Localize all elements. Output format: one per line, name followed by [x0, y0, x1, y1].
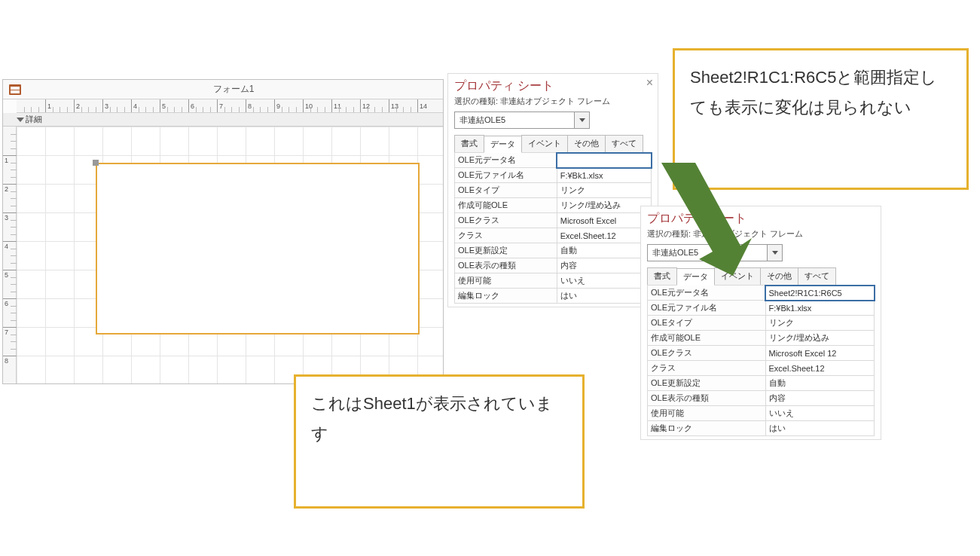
ruler-tick: 10 — [303, 99, 313, 113]
property-row[interactable]: OLE表示の種類内容 — [648, 391, 875, 406]
property-value[interactable]: リンク — [557, 183, 651, 198]
svg-rect-2 — [11, 90, 20, 93]
object-selector-dropdown-icon[interactable] — [575, 112, 590, 129]
property-name: クラス — [648, 361, 766, 376]
annotation-sheet1: これはSheet1が表示されています — [294, 374, 585, 509]
property-row[interactable]: OLE元ファイル名F:¥Bk1.xlsx — [648, 301, 875, 316]
property-value[interactable]: リンク/埋め込み — [557, 198, 651, 213]
property-row[interactable]: OLE更新設定自動 — [648, 376, 875, 391]
propsheet-title: プロパティ シート — [454, 78, 652, 94]
property-value[interactable]: F:¥Bk1.xlsx — [557, 168, 651, 183]
property-row[interactable]: OLEクラスMicrosoft Excel — [455, 213, 652, 228]
property-value[interactable]: Excel.Sheet.12 — [557, 228, 651, 243]
section-toggle-icon — [17, 118, 24, 122]
property-value[interactable]: はい — [765, 421, 874, 436]
property-value[interactable]: いいえ — [557, 273, 651, 289]
property-name: 作成可能OLE — [455, 198, 557, 213]
property-value[interactable]: リンク — [765, 316, 874, 331]
property-value[interactable]: Microsoft Excel 12 — [765, 346, 874, 361]
property-value[interactable]: はい — [557, 289, 651, 304]
property-row[interactable]: OLEクラスMicrosoft Excel 12 — [648, 346, 875, 361]
object-selector-dropdown-icon[interactable] — [768, 244, 783, 261]
form-designer: フォーム1 1234567891011121314 詳細 12345678 — [2, 79, 444, 384]
tab-format[interactable]: 書式 — [454, 135, 484, 152]
tab-format[interactable]: 書式 — [647, 267, 677, 285]
ruler-tick: 13 — [389, 99, 398, 113]
property-name: クラス — [455, 228, 557, 243]
section-label: 詳細 — [26, 114, 42, 125]
tab-other[interactable]: その他 — [760, 267, 798, 285]
ruler-tick: 2 — [74, 99, 80, 113]
propsheet-subtitle: 選択の種類: 非連結オブジェクト フレーム — [647, 228, 875, 240]
property-name: OLE表示の種類 — [455, 258, 557, 273]
form-title: フォーム1 — [24, 83, 443, 96]
property-value[interactable]: 内容 — [557, 258, 651, 273]
property-value[interactable]: 内容 — [765, 391, 874, 406]
property-row[interactable]: OLEタイプリンク — [648, 316, 875, 331]
property-name: 編集ロック — [648, 421, 766, 436]
property-value[interactable]: いいえ — [765, 406, 874, 421]
property-row[interactable]: OLEタイプリンク — [455, 183, 652, 198]
ruler-tick: 14 — [417, 99, 427, 113]
property-name: OLEクラス — [455, 213, 557, 228]
property-name: OLEクラス — [648, 346, 766, 361]
property-value[interactable]: Microsoft Excel — [557, 213, 651, 228]
property-name: 作成可能OLE — [648, 331, 766, 346]
property-row[interactable]: 使用可能いいえ — [455, 273, 652, 289]
ruler-tick: 8 — [3, 356, 17, 365]
propsheet-tabs: 書式 データ イベント その他 すべて — [454, 135, 652, 152]
property-sheet-right: プロパティ シート 選択の種類: 非連結オブジェクト フレーム 非連結OLE5 … — [640, 206, 881, 440]
tab-other[interactable]: その他 — [567, 135, 606, 152]
ruler-tick: 4 — [131, 99, 137, 113]
svg-rect-1 — [11, 87, 20, 90]
ole-frame[interactable] — [96, 163, 420, 335]
property-row[interactable]: OLE更新設定自動 — [455, 243, 652, 258]
property-name: 使用可能 — [648, 406, 766, 421]
resize-handle-icon[interactable] — [93, 160, 99, 166]
tab-all[interactable]: すべて — [798, 267, 836, 285]
form-titlebar: フォーム1 — [3, 80, 443, 99]
property-row[interactable]: OLE元データ名Sheet2!R1C1:R6C5 — [648, 286, 875, 301]
object-selector[interactable]: 非連結OLE5 — [647, 244, 768, 261]
property-row[interactable]: OLE表示の種類内容 — [455, 258, 652, 273]
ruler-tick: 11 — [331, 99, 341, 113]
tab-data[interactable]: データ — [676, 268, 715, 286]
property-row[interactable]: OLE元ファイル名F:¥Bk1.xlsx — [455, 168, 652, 183]
tab-event[interactable]: イベント — [714, 267, 761, 285]
ruler-tick: 8 — [246, 99, 252, 113]
property-value[interactable]: 自動 — [765, 376, 874, 391]
property-name: OLE元データ名 — [455, 153, 557, 168]
property-row[interactable]: 編集ロックはい — [648, 421, 875, 436]
ruler-tick: 3 — [102, 99, 108, 113]
close-icon[interactable]: × — [646, 77, 653, 89]
ruler-tick: 5 — [160, 99, 166, 113]
property-value[interactable]: Sheet2!R1C1:R6C5 — [765, 286, 874, 301]
property-row[interactable]: 編集ロックはい — [455, 289, 652, 304]
design-grid[interactable] — [17, 127, 443, 383]
property-grid[interactable]: OLE元データ名Sheet2!R1C1:R6C5OLE元ファイル名F:¥Bk1.… — [647, 285, 875, 436]
property-name: OLE元データ名 — [648, 286, 766, 301]
property-value[interactable]: 自動 — [557, 243, 651, 258]
tab-data[interactable]: データ — [484, 136, 522, 153]
property-row[interactable]: クラスExcel.Sheet.12 — [455, 228, 652, 243]
property-value[interactable]: F:¥Bk1.xlsx — [765, 301, 874, 316]
tab-all[interactable]: すべて — [605, 135, 643, 152]
section-header[interactable]: 詳細 — [3, 113, 443, 127]
property-value[interactable] — [557, 153, 651, 168]
object-selector[interactable]: 非連結OLE5 — [454, 112, 575, 129]
property-value[interactable]: Excel.Sheet.12 — [765, 361, 874, 376]
propsheet-title: プロパティ シート — [647, 211, 875, 227]
property-value[interactable]: リンク/埋め込み — [765, 331, 874, 346]
property-row[interactable]: クラスExcel.Sheet.12 — [648, 361, 875, 376]
property-row[interactable]: OLE元データ名 — [455, 153, 652, 168]
property-grid[interactable]: OLE元データ名OLE元ファイル名F:¥Bk1.xlsxOLEタイプリンク作成可… — [454, 152, 652, 304]
tab-event[interactable]: イベント — [521, 135, 568, 152]
property-name: 使用可能 — [455, 273, 557, 289]
property-row[interactable]: 使用可能いいえ — [648, 406, 875, 421]
form-icon — [6, 82, 24, 97]
property-row[interactable]: 作成可能OLEリンク/埋め込み — [648, 331, 875, 346]
property-name: 編集ロック — [455, 289, 557, 304]
ruler-vertical: 12345678 — [3, 127, 17, 383]
property-name: OLEタイプ — [648, 316, 766, 331]
property-row[interactable]: 作成可能OLEリンク/埋め込み — [455, 198, 652, 213]
